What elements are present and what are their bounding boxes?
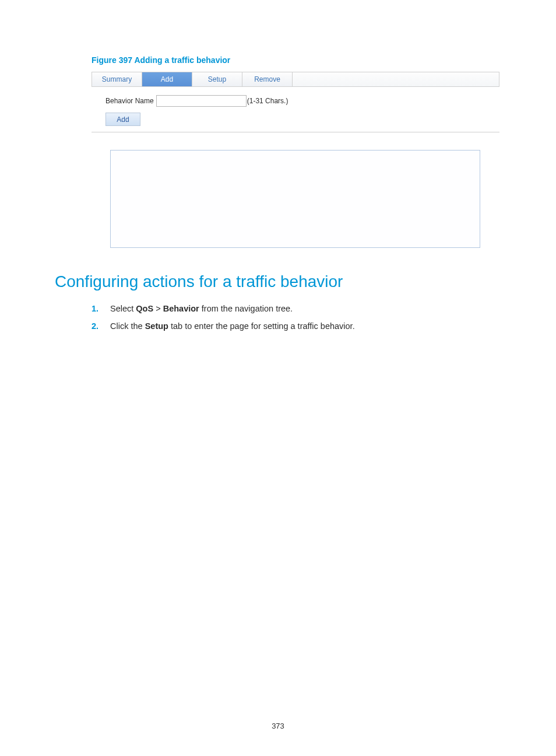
section-heading: Configuring actions for a traffic behavi… xyxy=(55,272,501,291)
behavior-name-label: Behavior Name xyxy=(105,97,154,105)
results-panel xyxy=(110,150,480,248)
tab-add[interactable]: Add xyxy=(142,72,192,86)
step-item: 2. Click the Setup tab to enter the page… xyxy=(92,320,501,332)
step-number: 1. xyxy=(92,303,98,315)
tab-remove[interactable]: Remove xyxy=(242,72,293,86)
step-item: 1. Select QoS > Behavior from the naviga… xyxy=(92,303,501,315)
step-text: Select QoS > Behavior from the navigatio… xyxy=(110,304,293,313)
step-number: 2. xyxy=(92,320,98,332)
figure-screenshot: Summary Add Setup Remove Behavior Name (… xyxy=(92,72,499,248)
step-text: Click the Setup tab to enter the page fo… xyxy=(110,321,355,331)
tab-setup[interactable]: Setup xyxy=(192,72,242,86)
behavior-name-input[interactable] xyxy=(156,95,247,107)
tab-filler xyxy=(293,72,499,86)
procedure-steps: 1. Select QoS > Behavior from the naviga… xyxy=(92,303,501,332)
tab-bar: Summary Add Setup Remove xyxy=(92,72,499,87)
behavior-name-hint: (1-31 Chars.) xyxy=(247,97,288,105)
tab-summary[interactable]: Summary xyxy=(92,72,142,86)
add-button[interactable]: Add xyxy=(105,113,140,126)
figure-caption: Figure 397 Adding a traffic behavior xyxy=(92,55,501,65)
add-behavior-form: Behavior Name (1-31 Chars.) Add xyxy=(92,87,499,132)
page-number: 373 xyxy=(0,722,556,730)
